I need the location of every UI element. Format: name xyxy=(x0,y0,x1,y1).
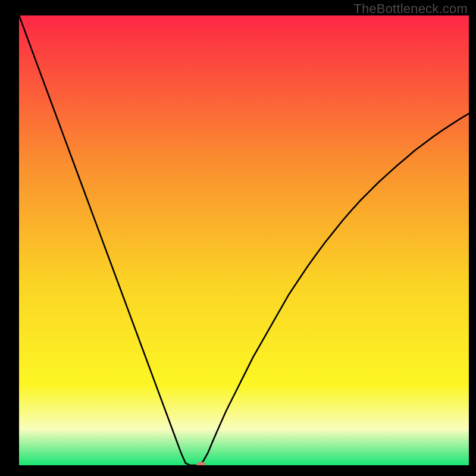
frame-left xyxy=(0,0,19,476)
chart-svg xyxy=(0,0,476,476)
frame-bottom xyxy=(0,465,476,476)
plot-gradient-background xyxy=(19,15,469,465)
watermark-text: TheBottleneck.com xyxy=(353,1,468,17)
frame-right xyxy=(469,0,476,476)
bottleneck-chart: TheBottleneck.com xyxy=(0,0,476,476)
